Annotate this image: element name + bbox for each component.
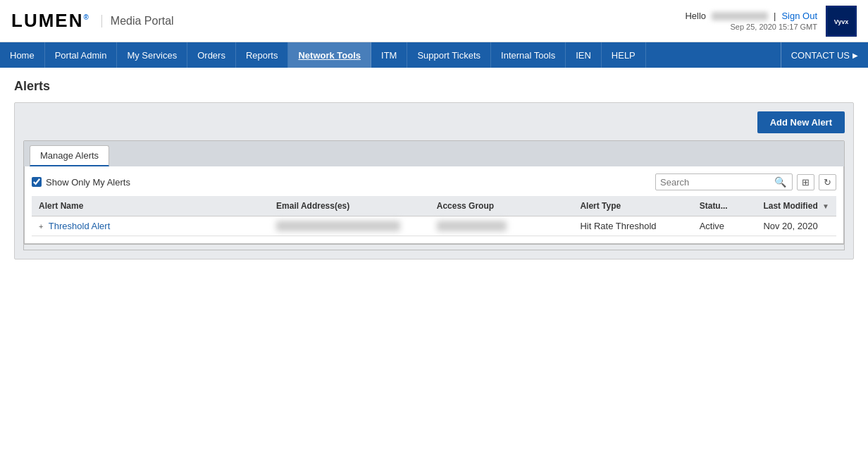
tab-header: Manage Alerts xyxy=(24,141,844,166)
tab-manage-alerts[interactable]: Manage Alerts xyxy=(30,145,109,166)
table-area: Show Only My Alerts 🔍 ⊞ ↻ xyxy=(24,166,844,244)
logo-area: LUMEN® Media Portal xyxy=(11,10,685,32)
col-access-group: Access Group xyxy=(430,196,574,216)
table-row: + Threshold Alert email.redacted@example… xyxy=(32,216,836,236)
col-last-modified[interactable]: Last Modified ▼ xyxy=(756,196,836,216)
table-scroll-container[interactable]: Alert Name Email Address(es) Access Grou… xyxy=(32,196,836,236)
cell-alert-name: + Threshold Alert xyxy=(32,216,269,236)
header-right: Hello | Sign Out Sep 25, 2020 15:17 GMT xyxy=(685,11,817,31)
nav-item-home[interactable]: Home xyxy=(0,42,45,68)
show-only-my-alerts-text: Show Only My Alerts xyxy=(46,177,130,188)
cell-email: email.redacted@example.com xyxy=(269,216,430,236)
nav-contact-us[interactable]: CONTACT US ▶ xyxy=(781,42,868,68)
expand-icon[interactable]: + xyxy=(39,222,43,231)
col-alert-name: Alert Name xyxy=(32,196,269,216)
add-new-btn-row: Add New Alert xyxy=(23,111,845,133)
logo-reg: ® xyxy=(83,13,89,21)
header-user-row: Hello | Sign Out xyxy=(685,11,817,21)
contact-us-arrow: ▶ xyxy=(852,51,858,59)
table-header-row: Alert Name Email Address(es) Access Grou… xyxy=(32,196,836,216)
main-nav: Home Portal Admin My Services Orders Rep… xyxy=(0,42,868,68)
cell-alert-type: Hit Rate Threshold xyxy=(573,216,692,236)
table-header: Alert Name Email Address(es) Access Grou… xyxy=(32,196,836,216)
nav-item-network-tools[interactable]: Network Tools xyxy=(288,42,371,68)
last-modified-label: Last Modified xyxy=(763,201,817,211)
cell-last-modified: Nov 20, 2020 xyxy=(756,216,836,236)
nav-item-itm[interactable]: ITM xyxy=(371,42,407,68)
nav-item-ien[interactable]: IEN xyxy=(566,42,602,68)
sign-out-link[interactable]: Sign Out xyxy=(781,11,817,21)
header: LUMEN® Media Portal Hello | Sign Out Sep… xyxy=(0,0,868,42)
vyvx-logo: Vyvx xyxy=(826,6,857,37)
toolbar-row: Show Only My Alerts 🔍 ⊞ ↻ xyxy=(32,173,836,190)
tab-area: Manage Alerts Show Only My Alerts 🔍 xyxy=(23,140,845,245)
alert-name-link[interactable]: Threshold Alert xyxy=(49,221,110,231)
page-content: Alerts Add New Alert Manage Alerts Show … xyxy=(0,68,868,271)
cell-access-group: AccessGroup123 xyxy=(430,216,574,236)
nav-item-orders[interactable]: Orders xyxy=(187,42,236,68)
separator: | xyxy=(774,11,776,21)
header-date: Sep 25, 2020 15:17 GMT xyxy=(730,23,817,31)
table-body: + Threshold Alert email.redacted@example… xyxy=(32,216,836,236)
svg-text:Vyvx: Vyvx xyxy=(834,18,849,25)
alerts-table: Alert Name Email Address(es) Access Grou… xyxy=(32,196,836,236)
add-new-alert-button[interactable]: Add New Alert xyxy=(757,111,845,133)
username-blurred xyxy=(712,12,768,20)
access-group-blurred: AccessGroup123 xyxy=(437,221,507,231)
nav-item-my-services[interactable]: My Services xyxy=(117,42,187,68)
show-only-my-alerts-checkbox[interactable] xyxy=(32,177,42,187)
bottom-bar xyxy=(23,245,845,250)
search-box: 🔍 xyxy=(655,173,793,190)
search-icon-button[interactable]: 🔍 xyxy=(773,176,788,188)
columns-tool-button[interactable]: ⊞ xyxy=(797,174,814,190)
cell-status: Active xyxy=(693,216,757,236)
nav-item-support-tickets[interactable]: Support Tickets xyxy=(407,42,491,68)
search-input[interactable] xyxy=(660,177,773,188)
refresh-tool-button[interactable]: ↻ xyxy=(819,174,836,190)
hello-label: Hello xyxy=(685,11,706,21)
show-only-my-alerts-label[interactable]: Show Only My Alerts xyxy=(32,177,130,188)
nav-item-internal-tools[interactable]: Internal Tools xyxy=(491,42,566,68)
col-alert-type: Alert Type xyxy=(573,196,692,216)
portal-title: Media Portal xyxy=(101,15,174,28)
nav-item-reports[interactable]: Reports xyxy=(236,42,289,68)
lumen-logo: LUMEN® xyxy=(11,10,90,32)
contact-us-label: CONTACT US xyxy=(791,50,850,61)
page-title: Alerts xyxy=(14,79,854,94)
col-status: Statu... xyxy=(693,196,757,216)
search-tools: 🔍 ⊞ ↻ xyxy=(655,173,836,190)
nav-item-help[interactable]: HELP xyxy=(602,42,646,68)
alerts-container: Add New Alert Manage Alerts Show Only My… xyxy=(14,102,854,260)
col-email-addresses: Email Address(es) xyxy=(269,196,430,216)
nav-item-portal-admin[interactable]: Portal Admin xyxy=(45,42,118,68)
email-blurred: email.redacted@example.com xyxy=(276,221,400,231)
sort-arrow-icon: ▼ xyxy=(822,202,829,210)
